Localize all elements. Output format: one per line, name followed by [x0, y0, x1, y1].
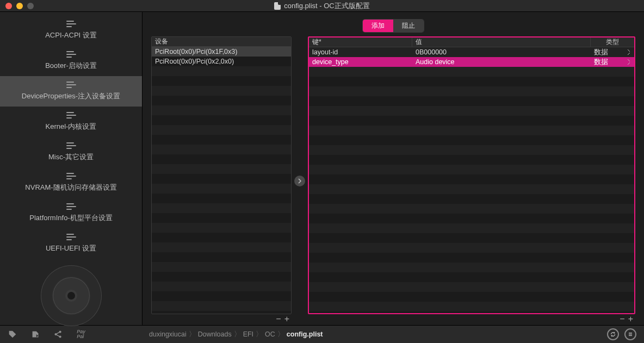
jog-dial-icon[interactable] — [41, 265, 102, 326]
device-path-cell — [152, 272, 291, 282]
properties-add-button[interactable]: + — [628, 315, 633, 323]
key-cell — [309, 106, 412, 116]
table-row — [309, 77, 634, 86]
share-icon[interactable] — [53, 329, 63, 339]
devices-add-button[interactable]: + — [284, 315, 289, 323]
sync-button[interactable] — [607, 328, 619, 340]
table-row — [152, 96, 291, 105]
device-path-cell — [152, 301, 291, 311]
tab-block[interactable]: 阻止 — [393, 20, 424, 32]
col-type[interactable]: 类型 — [591, 38, 634, 47]
tag-icon[interactable] — [8, 329, 17, 339]
value-cell — [412, 96, 591, 106]
type-cell — [591, 184, 634, 194]
sidebar-item-uefi[interactable]: UEFI-UEFI 设置 — [0, 228, 142, 259]
paypal-icon[interactable]: Pay Pal — [76, 329, 86, 339]
list-icon — [66, 51, 76, 59]
device-path-cell — [152, 291, 291, 301]
devices-table: 设备 PciRoot(0x0)/Pci(0x1F,0x3)PciRoot(0x0… — [151, 36, 292, 314]
sidebar-item-kernel[interactable]: Kernel-内核设置 — [0, 107, 142, 137]
sidebar-item-misc[interactable]: Misc-其它设置 — [0, 137, 142, 167]
sidebar-item-label: Misc-其它设置 — [48, 152, 94, 162]
type-cell — [591, 282, 634, 292]
devices-header[interactable]: 设备 — [152, 37, 291, 46]
breadcrumb-item[interactable]: duxingxiucai — [149, 330, 187, 338]
sidebar-item-label: Booter-启动设置 — [45, 61, 97, 71]
breadcrumb-item[interactable]: EFI — [243, 330, 253, 338]
key-cell — [309, 165, 412, 174]
value-cell — [412, 174, 591, 184]
list-icon — [66, 112, 76, 120]
device-path-cell — [152, 262, 291, 272]
document-icon — [274, 2, 281, 10]
sidebar-item-deviceproperties[interactable]: DeviceProperties-注入设备设置 — [0, 76, 142, 107]
sidebar-item-acpi[interactable]: ACPI-ACPI 设置 — [0, 15, 142, 46]
type-cell — [591, 292, 634, 302]
device-path-cell — [152, 194, 291, 203]
value-cell — [412, 292, 591, 302]
device-path-cell — [152, 145, 291, 154]
col-key[interactable]: 键* — [309, 38, 412, 47]
breadcrumb-item[interactable]: OC — [265, 330, 275, 338]
table-row — [309, 86, 634, 96]
device-path-cell — [152, 164, 291, 174]
device-path-cell — [152, 184, 291, 194]
close-window-button[interactable] — [5, 3, 12, 9]
pane-toggle-button[interactable] — [294, 176, 305, 186]
table-row — [309, 302, 634, 311]
col-value[interactable]: 值 — [412, 38, 591, 47]
key-cell — [309, 155, 412, 165]
tab-add[interactable]: 添加 — [363, 20, 393, 32]
table-row[interactable]: device_typeAudio device数据 — [309, 57, 634, 67]
table-row[interactable]: layout-id0B000000数据 — [309, 47, 634, 57]
table-row — [309, 282, 634, 292]
breadcrumb-item[interactable]: Downloads — [198, 330, 232, 338]
sidebar: ACPI-ACPI 设置 Booter-启动设置 DevicePropertie… — [0, 12, 143, 325]
content-area: 添加 阻止 设备 PciRoot(0x0)/Pci(0x1F,0x3)PciRo… — [143, 12, 644, 325]
value-cell — [412, 126, 591, 135]
table-row[interactable]: PciRoot(0x0)/Pci(0x1F,0x3) — [152, 47, 291, 57]
key-cell — [309, 243, 412, 253]
device-path-cell — [152, 115, 291, 125]
device-path-cell: PciRoot(0x0)/Pci(0x1F,0x3) — [152, 47, 291, 57]
value-cell — [412, 302, 591, 311]
list-button[interactable] — [624, 328, 636, 340]
zoom-window-button[interactable] — [27, 3, 34, 9]
breadcrumb: duxingxiucai 〉 Downloads 〉 EFI 〉 OC 〉 co… — [149, 330, 323, 339]
device-path-cell — [152, 135, 291, 145]
export-icon[interactable] — [30, 329, 40, 339]
sidebar-item-platforminfo[interactable]: PlatformInfo-机型平台设置 — [0, 198, 142, 228]
title-bar: config.plist - OC正式版配置 — [0, 0, 644, 12]
value-cell — [412, 282, 591, 292]
table-row — [152, 242, 291, 252]
chevron-right-icon — [297, 178, 302, 184]
sidebar-item-label: Kernel-内核设置 — [46, 122, 97, 132]
type-cell[interactable]: 数据 — [591, 57, 634, 67]
device-path-cell — [152, 105, 291, 115]
type-cell[interactable]: 数据 — [591, 47, 634, 57]
value-cell — [412, 253, 591, 263]
table-row — [309, 67, 634, 77]
table-row — [309, 184, 634, 194]
table-row — [309, 263, 634, 272]
table-row — [309, 174, 634, 184]
devices-remove-button[interactable]: − — [276, 315, 281, 323]
type-cell — [591, 126, 634, 135]
key-cell — [309, 272, 412, 282]
sidebar-item-nvram[interactable]: NVRAM-随机访问存储器设置 — [0, 167, 142, 198]
tab-bar: 添加 阻止 — [151, 20, 635, 32]
breadcrumb-item[interactable]: config.plist — [287, 330, 323, 338]
device-path-cell — [152, 233, 291, 242]
table-row — [152, 233, 291, 242]
properties-remove-button[interactable]: − — [620, 315, 624, 323]
table-row — [152, 174, 291, 184]
type-cell — [591, 135, 634, 145]
type-cell — [591, 145, 634, 155]
key-cell — [309, 223, 412, 233]
key-cell — [309, 214, 412, 223]
sidebar-item-booter[interactable]: Booter-启动设置 — [0, 46, 142, 76]
list-icon — [66, 21, 76, 28]
table-row[interactable]: PciRoot(0x0)/Pci(0x2,0x0) — [152, 57, 291, 66]
type-cell — [591, 174, 634, 184]
minimize-window-button[interactable] — [16, 3, 23, 9]
